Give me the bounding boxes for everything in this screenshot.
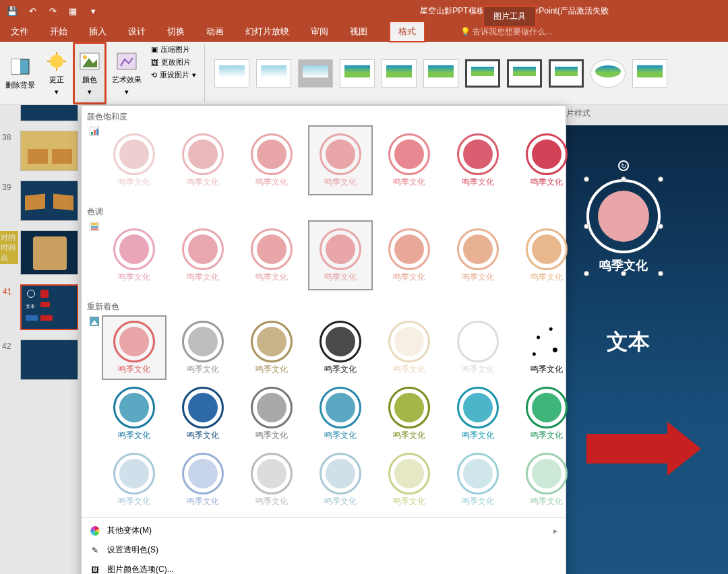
- reset-picture-button[interactable]: ⟲重设图片 ▾: [151, 70, 196, 80]
- save-icon[interactable]: 💾: [7, 5, 18, 16]
- color-swatch[interactable]: 鸣季文化: [446, 220, 510, 290]
- red-arrow-body[interactable]: [586, 434, 667, 464]
- change-picture-button[interactable]: 🖼更改图片: [151, 57, 196, 67]
- color-swatch[interactable]: 鸣季文化: [514, 220, 579, 290]
- corrections-icon: [46, 51, 67, 72]
- tab-slideshow[interactable]: 幻灯片放映: [245, 26, 289, 38]
- picture-style-11[interactable]: [632, 59, 667, 88]
- color-swatch[interactable]: 鸣季文化: [171, 315, 235, 380]
- color-swatch[interactable]: 鸣季文化: [308, 315, 373, 380]
- color-swatch[interactable]: 鸣季文化: [171, 447, 235, 512]
- resize-handle[interactable]: [658, 177, 663, 182]
- resize-handle[interactable]: [621, 271, 626, 276]
- color-swatch[interactable]: 鸣季文化: [308, 125, 373, 195]
- resize-handle[interactable]: [658, 271, 663, 276]
- artistic-effects-button[interactable]: 艺术效果▾: [107, 42, 147, 104]
- color-swatch[interactable]: 鸣季文化: [377, 315, 442, 380]
- color-swatch[interactable]: 鸣季文化: [239, 447, 304, 512]
- tab-home[interactable]: 开始: [50, 26, 67, 38]
- color-icon: [79, 51, 100, 72]
- compress-picture-button[interactable]: ▣压缩图片: [151, 44, 196, 55]
- selected-logo-object[interactable]: ↻ 鸣季文化: [586, 179, 661, 274]
- tab-transitions[interactable]: 切换: [167, 26, 185, 38]
- picture-style-1[interactable]: [214, 59, 249, 88]
- resize-handle[interactable]: [584, 224, 589, 229]
- tab-format[interactable]: 格式: [389, 21, 425, 42]
- resize-handle[interactable]: [658, 224, 663, 229]
- color-swatch[interactable]: 鸣季文化: [239, 381, 304, 446]
- color-swatch[interactable]: 鸣季文化: [446, 125, 510, 195]
- picture-style-8[interactable]: [507, 59, 542, 88]
- picture-style-2[interactable]: [256, 59, 291, 88]
- text-placeholder[interactable]: 文本: [607, 327, 650, 357]
- color-swatch[interactable]: 鸣季文化: [377, 447, 442, 512]
- tab-animations[interactable]: 动画: [206, 26, 224, 38]
- submenu-arrow-icon: ▸: [553, 526, 557, 536]
- color-swatch[interactable]: 鸣季文化: [171, 220, 235, 290]
- remove-background-button[interactable]: 删除背景: [0, 42, 40, 104]
- picture-style-3[interactable]: [298, 59, 333, 88]
- start-slideshow-icon[interactable]: ▦: [67, 5, 78, 16]
- color-button[interactable]: 颜色▾: [73, 42, 107, 104]
- corrections-button[interactable]: 更正▾: [40, 42, 73, 104]
- color-swatch[interactable]: 鸣季文化: [239, 220, 304, 290]
- color-swatch[interactable]: 鸣季文化: [446, 381, 510, 446]
- color-swatch[interactable]: 鸣季文化: [514, 381, 579, 446]
- svg-rect-12: [91, 132, 93, 135]
- redo-icon[interactable]: ↷: [47, 5, 58, 16]
- color-swatch[interactable]: 鸣季文化: [308, 220, 373, 290]
- slide-thumb-39[interactable]: 39: [20, 181, 78, 221]
- color-swatch[interactable]: 鸣季文化: [377, 125, 442, 195]
- color-swatch[interactable]: 鸣季文化: [102, 220, 166, 290]
- picture-style-5[interactable]: [382, 59, 417, 88]
- color-swatch[interactable]: 鸣季文化: [239, 125, 304, 195]
- slide-thumb-42[interactable]: 42: [20, 340, 78, 380]
- picture-style-6[interactable]: [423, 59, 458, 88]
- picture-style-9[interactable]: [549, 59, 584, 88]
- resize-handle[interactable]: [584, 177, 589, 182]
- color-swatch[interactable]: 鸣季文化: [239, 315, 304, 380]
- more-variations-item[interactable]: 其他变体(M) ▸: [82, 521, 566, 540]
- slide-thumb-38[interactable]: 38: [20, 131, 78, 171]
- color-swatch[interactable]: 鸣季文化: [514, 125, 579, 195]
- slide-thumb-40[interactable]: 40 对的时间点: [20, 230, 78, 275]
- slide-canvas[interactable]: ↻ 鸣季文化 文本: [559, 125, 728, 574]
- contextual-tab-picture-tools[interactable]: 图片工具: [483, 5, 537, 28]
- color-swatch[interactable]: 鸣季文化: [446, 315, 510, 380]
- color-swatch[interactable]: 鸣季文化: [171, 125, 235, 195]
- tab-view[interactable]: 视图: [350, 26, 367, 38]
- color-swatch[interactable]: 鸣季文化: [514, 315, 579, 380]
- resize-handle[interactable]: [621, 177, 626, 182]
- picture-style-4[interactable]: [340, 59, 375, 88]
- tab-design[interactable]: 设计: [128, 26, 146, 38]
- red-arrow-head[interactable]: [667, 422, 701, 476]
- set-transparent-item[interactable]: ✎ 设置透明色(S): [82, 540, 566, 560]
- color-swatch[interactable]: 鸣季文化: [102, 381, 166, 446]
- picture-style-10[interactable]: [590, 59, 626, 88]
- undo-icon[interactable]: ↶: [27, 5, 38, 16]
- color-swatch[interactable]: 鸣季文化: [102, 125, 166, 195]
- qat-customize-icon[interactable]: ▾: [88, 5, 98, 16]
- slide-thumb-41[interactable]: 41 文本: [20, 284, 78, 330]
- slide-thumb-37[interactable]: [20, 105, 78, 121]
- color-swatch[interactable]: 鸣季文化: [377, 220, 442, 290]
- resize-handle[interactable]: [584, 271, 589, 276]
- color-swatch[interactable]: 鸣季文化: [514, 447, 579, 512]
- color-swatch[interactable]: 鸣季文化: [102, 315, 166, 380]
- tab-insert[interactable]: 插入: [89, 26, 107, 38]
- tab-file[interactable]: 文件: [11, 26, 28, 38]
- color-swatch[interactable]: 鸣季文化: [308, 447, 373, 512]
- color-swatch[interactable]: 鸣季文化: [377, 381, 442, 446]
- color-swatch[interactable]: 鸣季文化: [446, 447, 510, 512]
- color-swatch[interactable]: 鸣季文化: [102, 447, 166, 512]
- rotate-handle-icon[interactable]: ↻: [618, 160, 629, 171]
- color-options-item[interactable]: 🖼 图片颜色选项(C)...: [82, 560, 566, 574]
- recolor-row-2: 鸣季文化鸣季文化鸣季文化鸣季文化鸣季文化鸣季文化鸣季文化: [102, 381, 579, 446]
- remove-background-icon: [9, 56, 31, 77]
- tab-review[interactable]: 审阅: [311, 26, 328, 38]
- tell-me-input[interactable]: 告诉我您想要做什么...: [460, 26, 552, 38]
- slide-thumbnails-panel[interactable]: 38 39 40 对的时间点 41 文本 42: [0, 105, 81, 574]
- color-swatch[interactable]: 鸣季文化: [171, 381, 235, 446]
- picture-style-7[interactable]: [465, 59, 500, 88]
- color-swatch[interactable]: 鸣季文化: [308, 381, 373, 446]
